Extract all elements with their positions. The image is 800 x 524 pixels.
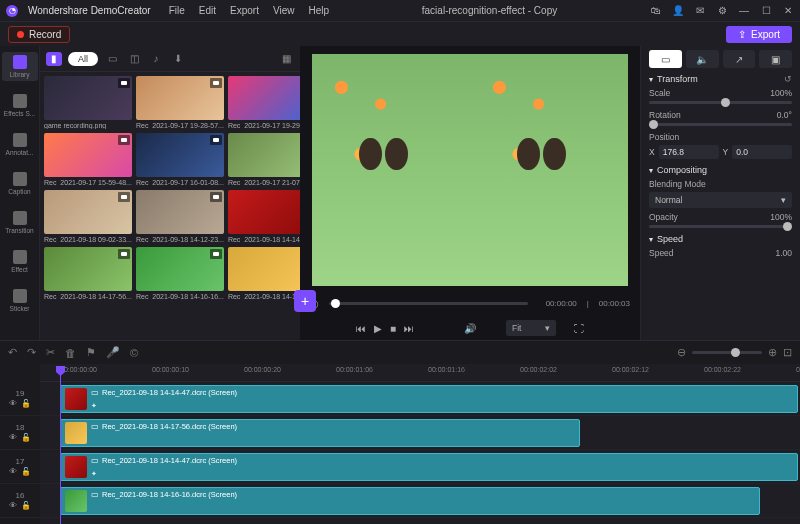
menu-file[interactable]: File <box>169 5 185 16</box>
visibility-icon[interactable]: 👁 <box>9 399 17 408</box>
settings-icon[interactable]: ⚙ <box>716 5 728 16</box>
timeline-clip[interactable]: ▭ Rec_2021-09-18 14-17-56.dcrc (Screen) <box>60 419 580 447</box>
timeline-clip[interactable]: ▭ Rec_2021-09-18 14-14-47.dcrc (Screen)✦ <box>60 453 798 481</box>
track-header[interactable]: 17👁🔓 <box>0 450 40 484</box>
fit-select[interactable]: Fit▾ <box>506 320 556 336</box>
zoom-out-button[interactable]: ⊖ <box>677 346 686 359</box>
menu-export[interactable]: Export <box>230 5 259 16</box>
crop-button[interactable]: ✂ <box>46 346 55 359</box>
track-row[interactable]: ▭ Rec_2021-09-18 14-14-47.dcrc (Screen)✦ <box>40 382 800 416</box>
mic-button[interactable]: 🎤 <box>106 346 120 359</box>
track-row[interactable]: ▭ Rec_2021-09-18 14-14-47.dcrc (Screen)✦ <box>40 450 800 484</box>
library-item[interactable]: Rec_2021-09-17 19-28-57... <box>136 76 224 129</box>
visibility-icon[interactable]: 👁 <box>9 501 17 510</box>
menu-edit[interactable]: Edit <box>199 5 216 16</box>
library-item[interactable]: Rec_2021-09-18 14-12-23... <box>136 190 224 243</box>
user-icon[interactable]: 👤 <box>672 5 684 16</box>
sidebar-item-annotat[interactable]: Annotat... <box>2 130 38 159</box>
library-item[interactable]: Rec_2021-09-17 21-07-50... <box>228 133 300 186</box>
library-item[interactable]: game recording.png <box>44 76 132 129</box>
mail-icon[interactable]: ✉ <box>694 5 706 16</box>
download-filter-icon[interactable]: ⬇ <box>170 52 186 66</box>
library-item[interactable]: Rec_2021-09-18 09-02-33... <box>44 190 132 243</box>
rotation-slider[interactable] <box>649 123 792 126</box>
reset-transform-icon[interactable]: ↺ <box>784 74 792 84</box>
lock-icon[interactable]: 🔓 <box>21 501 31 510</box>
redo-button[interactable]: ↷ <box>27 346 36 359</box>
opacity-knob[interactable] <box>783 222 792 231</box>
sidebar-item-effectss[interactable]: Effects S... <box>2 91 38 120</box>
zoom-fit-button[interactable]: ⊡ <box>783 346 792 359</box>
sidebar-item-caption[interactable]: Caption <box>2 169 38 198</box>
sidebar-item-transition[interactable]: Transition <box>2 208 38 237</box>
folder-tab-icon[interactable]: ▮ <box>46 52 62 66</box>
section-compositing[interactable]: Compositing <box>649 165 792 175</box>
track-header[interactable]: 19👁🔓 <box>0 382 40 416</box>
export-button[interactable]: ⇪ Export <box>726 26 792 43</box>
sidebar-item-library[interactable]: Library <box>2 52 38 81</box>
delete-button[interactable]: 🗑 <box>65 347 76 359</box>
x-input[interactable]: 176.8 <box>659 145 719 159</box>
prev-frame-button[interactable]: ⏮ <box>356 323 366 334</box>
track-row[interactable]: ▭ Rec_2021-09-18 14-17-56.dcrc (Screen) <box>40 416 800 450</box>
close-button[interactable]: ✕ <box>782 5 794 16</box>
preview-canvas[interactable] <box>312 54 628 286</box>
video-filter-icon[interactable]: ▭ <box>104 52 120 66</box>
maximize-button[interactable]: ☐ <box>760 5 772 16</box>
menu-view[interactable]: View <box>273 5 295 16</box>
blend-select[interactable]: Normal▾ <box>649 192 792 208</box>
progress-bar[interactable] <box>329 302 528 305</box>
visibility-icon[interactable]: 👁 <box>9 467 17 476</box>
fullscreen-button[interactable]: ⛶ <box>574 323 584 334</box>
track-header[interactable]: 16👁🔓 <box>0 484 40 518</box>
tab-cursor-props[interactable]: ↗ <box>723 50 756 68</box>
stop-button[interactable]: ■ <box>390 323 396 334</box>
next-frame-button[interactable]: ⏭ <box>404 323 414 334</box>
zoom-in-button[interactable]: ⊕ <box>768 346 777 359</box>
play-button[interactable]: ▶ <box>374 323 382 334</box>
section-transform[interactable]: Transform↺ <box>649 74 792 84</box>
tab-screen-props[interactable]: ▣ <box>759 50 792 68</box>
scale-knob[interactable] <box>721 98 730 107</box>
lock-icon[interactable]: 🔓 <box>21 433 31 442</box>
opacity-slider[interactable] <box>649 225 792 228</box>
grid-filter-icon[interactable]: ▦ <box>278 52 294 66</box>
tab-all[interactable]: All <box>68 52 98 66</box>
playhead[interactable] <box>60 366 61 524</box>
undo-button[interactable]: ↶ <box>8 346 17 359</box>
library-item[interactable]: Rec_2021-09-18 14-17-56... <box>228 247 300 300</box>
marker-button[interactable]: ⚑ <box>86 346 96 359</box>
sidebar-item-sticker[interactable]: Sticker <box>2 286 38 315</box>
sidebar-item-effect[interactable]: Effect <box>2 247 38 276</box>
tab-video-props[interactable]: ▭ <box>649 50 682 68</box>
tab-audio-props[interactable]: 🔈 <box>686 50 719 68</box>
section-speed[interactable]: Speed <box>649 234 792 244</box>
library-item[interactable]: Rec_2021-09-18 14-17-56... <box>44 247 132 300</box>
cart-icon[interactable]: 🛍 <box>650 5 662 16</box>
timeline-clip[interactable]: ▭ Rec_2021-09-18 14-14-47.dcrc (Screen)✦ <box>60 385 798 413</box>
zoom-knob[interactable] <box>731 348 740 357</box>
scale-slider[interactable] <box>649 101 792 104</box>
library-item[interactable]: Rec_2021-09-17 16-01-08... <box>136 133 224 186</box>
y-input[interactable]: 0.0 <box>732 145 792 159</box>
tracks-area[interactable]: 00:00:00:0000:00:00:1000:00:00:2000:00:0… <box>40 364 800 524</box>
lock-icon[interactable]: 🔓 <box>21 399 31 408</box>
timeline-clip[interactable]: ▭ Rec_2021-09-18 14-16-16.dcrc (Screen) <box>60 487 760 515</box>
progress-handle[interactable] <box>331 299 340 308</box>
library-item[interactable]: Rec_2021-09-17 19-29-37... <box>228 76 300 129</box>
track-row[interactable]: ▭ Rec_2021-09-18 14-16-16.dcrc (Screen) <box>40 484 800 518</box>
visibility-icon[interactable]: 👁 <box>9 433 17 442</box>
lock-icon[interactable]: 🔓 <box>21 467 31 476</box>
copyright-button[interactable]: © <box>130 347 138 359</box>
record-button[interactable]: Record <box>8 26 70 43</box>
image-filter-icon[interactable]: ◫ <box>126 52 142 66</box>
audio-filter-icon[interactable]: ♪ <box>148 52 164 66</box>
track-header[interactable]: 18👁🔓 <box>0 416 40 450</box>
menu-help[interactable]: Help <box>308 5 329 16</box>
add-media-button[interactable]: + <box>294 290 316 312</box>
time-ruler[interactable]: 00:00:00:0000:00:00:1000:00:00:2000:00:0… <box>40 364 800 382</box>
zoom-slider[interactable] <box>692 351 762 354</box>
library-item[interactable]: Rec_2021-09-18 14-16-16... <box>136 247 224 300</box>
rotation-knob[interactable] <box>649 120 658 129</box>
library-item[interactable]: Rec_2021-09-18 14-14-47... <box>228 190 300 243</box>
